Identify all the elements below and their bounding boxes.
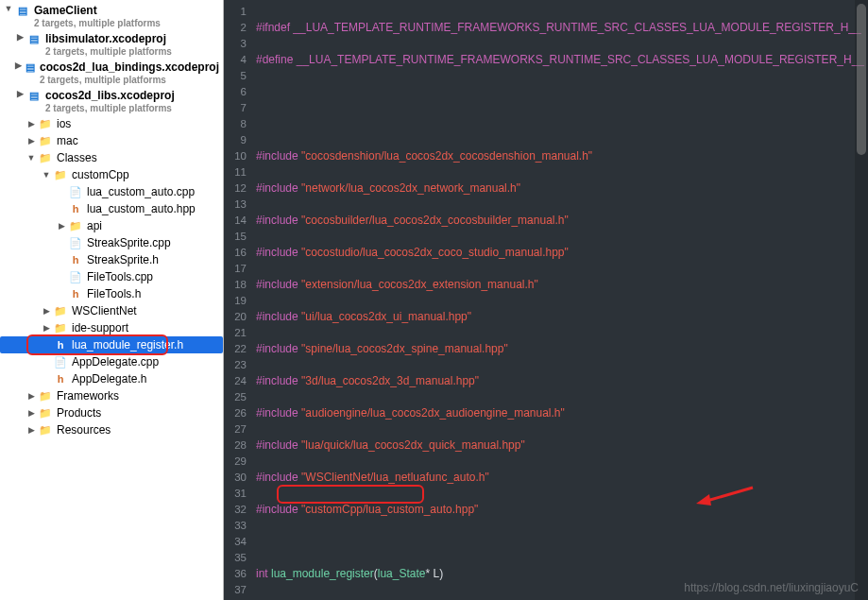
folder-api[interactable]: ▶ 📁 api <box>0 217 223 234</box>
code-line-18: int lua_module_register(lua_State* L) <box>256 566 868 582</box>
code-line-6: #include "network/lua_cocos2dx_network_m… <box>256 180 868 197</box>
project-navigator[interactable]: ▼ ▤ GameClient 2 targets, multiple platf… <box>0 0 224 600</box>
chevron-right-icon: ▶ <box>26 425 36 435</box>
file-streaksprite-cpp[interactable]: 📄 StreakSprite.cpp <box>0 234 223 251</box>
code-line-14: #include "lua/quick/lua_cocos2dx_quick_m… <box>256 437 868 454</box>
code-line-9: #include "extension/lua_cocos2dx_extensi… <box>256 277 868 293</box>
folder-icon: 📁 <box>53 304 68 317</box>
code-line-7: #include "cocosbuilder/lua_cocos2dx_coco… <box>256 213 868 229</box>
folder-resources[interactable]: ▶ 📁 Resources <box>0 421 223 438</box>
folder-icon: 📁 <box>38 389 53 403</box>
h-file-icon: h <box>53 372 68 386</box>
folder-wsclientnet[interactable]: ▶ 📁 WSClientNet <box>0 302 223 319</box>
folder-products[interactable]: ▶ 📁 Products <box>0 404 223 421</box>
folder-classes[interactable]: ▼ 📁 Classes <box>0 149 223 166</box>
line-gutter: 1234567891011121314151617181920212223242… <box>224 0 252 600</box>
scrollbar-thumb[interactable] <box>857 4 866 155</box>
annotation-highlight-call <box>277 485 424 504</box>
code-line-8: #include "cocostudio/lua_cocos2dx_coco_s… <box>256 245 868 261</box>
chevron-down-icon: ▼ <box>26 153 36 163</box>
chevron-right-icon: ▶ <box>15 32 25 42</box>
folder-ide-support[interactable]: ▶ 📁 ide-support <box>0 319 223 336</box>
chevron-down-icon: ▼ <box>4 4 13 13</box>
watermark-text: https://blog.csdn.net/liuxingjiaoyuC <box>684 581 859 594</box>
h-file-icon: h <box>68 287 83 300</box>
cpp-file-icon: 📄 <box>68 270 83 283</box>
folder-icon: 📁 <box>38 151 53 164</box>
xcode-project-icon: ▤ <box>26 89 42 102</box>
code-line-10: #include "ui/lua_cocos2dx_ui_manual.hpp" <box>256 309 868 325</box>
folder-mac[interactable]: ▶ 📁 mac <box>0 132 223 149</box>
code-line-12: #include "3d/lua_cocos2dx_3d_manual.hpp" <box>256 373 868 389</box>
project-root[interactable]: ▼ ▤ GameClient 2 targets, multiple platf… <box>0 2 223 30</box>
code-line-15: #include "WSClientNet/lua_netluafunc_aut… <box>256 470 868 486</box>
file-lua-custom-auto-hpp[interactable]: h lua_custom_auto.hpp <box>0 200 223 217</box>
xcode-project-icon: ▤ <box>25 60 36 74</box>
chevron-right-icon: ▶ <box>42 323 51 333</box>
svg-line-0 <box>704 488 753 502</box>
code-line-3 <box>256 84 868 100</box>
folder-icon: 📁 <box>68 219 83 232</box>
chevron-down-icon: ▼ <box>42 170 51 180</box>
code-line-17 <box>256 534 868 550</box>
chevron-right-icon: ▶ <box>42 306 51 316</box>
chevron-right-icon: ▶ <box>26 391 36 401</box>
cpp-file-icon: 📄 <box>68 185 83 198</box>
code-area[interactable]: #ifndef __LUA_TEMPLATE_RUNTIME_FRAMEWORK… <box>252 0 868 600</box>
chevron-right-icon: ▶ <box>26 408 36 418</box>
code-line-1: #ifndef __LUA_TEMPLATE_RUNTIME_FRAMEWORK… <box>256 20 868 36</box>
code-line-11: #include "spine/lua_cocos2dx_spine_manua… <box>256 341 868 357</box>
file-lua-custom-auto-cpp[interactable]: 📄 lua_custom_auto.cpp <box>0 183 223 200</box>
subproject-bindings[interactable]: ▶ ▤ cocos2d_lua_bindings.xcodeproj 2 tar… <box>0 59 223 87</box>
code-line-16: #include "customCpp/lua_custom_auto.hpp" <box>256 502 868 518</box>
folder-icon: 📁 <box>53 168 68 181</box>
chevron-right-icon: ▶ <box>26 136 36 146</box>
folder-icon: 📁 <box>38 117 53 130</box>
chevron-right-icon: ▶ <box>57 221 66 231</box>
code-editor[interactable]: 1234567891011121314151617181920212223242… <box>224 0 868 600</box>
folder-icon: 📁 <box>38 423 53 437</box>
file-streaksprite-h[interactable]: h StreakSprite.h <box>0 251 223 268</box>
cpp-file-icon: 📄 <box>53 355 68 369</box>
code-line-2: #define __LUA_TEMPLATE_RUNTIME_FRAMEWORK… <box>256 52 868 68</box>
folder-icon: 📁 <box>38 406 53 420</box>
file-lua-module-register-h[interactable]: h lua_module_register.h <box>0 336 223 353</box>
file-filetools-cpp[interactable]: 📄 FileTools.cpp <box>0 268 223 285</box>
folder-icon: 📁 <box>38 134 53 147</box>
xcode-project-icon: ▤ <box>15 4 30 17</box>
file-appdelegate-h[interactable]: h AppDelegate.h <box>0 370 223 387</box>
h-file-icon: h <box>68 253 83 266</box>
code-line-5: #include "cocosdenshion/lua_cocos2dx_coc… <box>256 148 868 164</box>
h-file-icon: h <box>68 202 83 215</box>
code-line-4 <box>256 116 868 132</box>
chevron-right-icon: ▶ <box>15 89 25 98</box>
cpp-file-icon: 📄 <box>68 236 83 249</box>
folder-icon: 📁 <box>53 321 68 334</box>
folder-ios[interactable]: ▶ 📁 ios <box>0 115 223 132</box>
code-line-13: #include "audioengine/lua_cocos2dx_audio… <box>256 405 868 421</box>
folder-customcpp[interactable]: ▼ 📁 customCpp <box>0 166 223 183</box>
h-file-icon: h <box>53 338 68 351</box>
subproject-libsimulator[interactable]: ▶ ▤ libsimulator.xcodeproj 2 targets, mu… <box>0 30 223 59</box>
editor-scrollbar[interactable] <box>855 0 868 600</box>
chevron-right-icon: ▶ <box>26 119 36 129</box>
subproject-libs[interactable]: ▶ ▤ cocos2d_libs.xcodeproj 2 targets, mu… <box>0 87 223 115</box>
chevron-right-icon: ▶ <box>15 60 23 70</box>
xcode-project-icon: ▤ <box>26 32 42 45</box>
file-filetools-h[interactable]: h FileTools.h <box>0 285 223 302</box>
folder-frameworks[interactable]: ▶ 📁 Frameworks <box>0 387 223 404</box>
file-appdelegate-cpp[interactable]: 📄 AppDelegate.cpp <box>0 353 223 370</box>
